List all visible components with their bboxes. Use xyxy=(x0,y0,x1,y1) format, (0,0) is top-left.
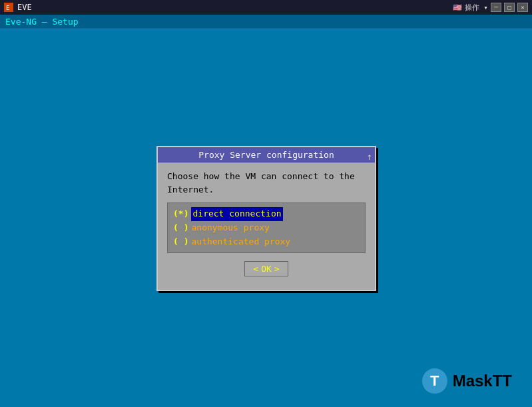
dialog-body: Choose how the VM can connect to the Int… xyxy=(158,163,375,290)
close-button[interactable]: ✕ xyxy=(517,3,528,12)
proxy-config-dialog: Proxy Server configuration ↑ Choose how … xyxy=(156,146,376,291)
label-direct: direct connection xyxy=(191,207,282,221)
btn-left-arrow: < xyxy=(253,264,258,274)
flag-icon: 🇺🇸 xyxy=(453,3,462,12)
label-authenticated: authenticated proxy xyxy=(191,235,290,249)
desktop: Proxy Server configuration ↑ Choose how … xyxy=(0,29,532,407)
ops-menu[interactable]: 操作 ▾ xyxy=(465,3,488,13)
window-controls[interactable]: 🇺🇸 操作 ▾ ─ □ ✕ xyxy=(453,3,528,13)
toolbar-title: Eve-NG – Setup xyxy=(5,17,79,27)
watermark-brand: MaskTT xyxy=(453,372,512,390)
dialog-titlebar: Proxy Server configuration ↑ xyxy=(158,147,375,163)
watermark: T MaskTT xyxy=(422,368,512,394)
ok-button[interactable]: < OK > xyxy=(244,261,288,276)
svg-text:E: E xyxy=(6,5,9,11)
desc-line2: Internet. xyxy=(167,185,214,195)
option-direct[interactable]: (*) direct connection xyxy=(173,207,360,221)
toolbar: Eve-NG – Setup xyxy=(0,15,532,29)
window-title: EVE xyxy=(17,3,32,12)
title-bar: E EVE 🇺🇸 操作 ▾ ─ □ ✕ xyxy=(0,0,532,15)
options-box[interactable]: (*) direct connection ( ) anonymous prox… xyxy=(167,203,366,253)
app-icon: E xyxy=(4,3,13,12)
watermark-letter: T xyxy=(430,372,439,390)
ok-label: OK xyxy=(261,264,272,274)
dialog-description: Choose how the VM can connect to the Int… xyxy=(167,170,366,196)
radio-anonymous: ( ) xyxy=(173,221,188,235)
desc-line1: Choose how the VM can connect to the xyxy=(167,171,355,181)
radio-direct: (*) xyxy=(173,207,188,221)
maximize-button[interactable]: □ xyxy=(504,3,515,12)
minimize-button[interactable]: ─ xyxy=(491,3,501,12)
watermark-icon: T xyxy=(422,368,447,394)
btn-right-arrow: > xyxy=(274,264,280,274)
label-anonymous: anonymous proxy xyxy=(191,221,269,235)
radio-authenticated: ( ) xyxy=(173,235,188,249)
option-authenticated[interactable]: ( ) authenticated proxy xyxy=(173,235,360,249)
scroll-indicator: ↑ xyxy=(367,151,372,162)
option-anonymous[interactable]: ( ) anonymous proxy xyxy=(173,221,360,235)
dialog-title: Proxy Server configuration xyxy=(198,150,334,160)
title-left: E EVE xyxy=(4,3,32,12)
button-row: < OK > xyxy=(167,261,366,283)
